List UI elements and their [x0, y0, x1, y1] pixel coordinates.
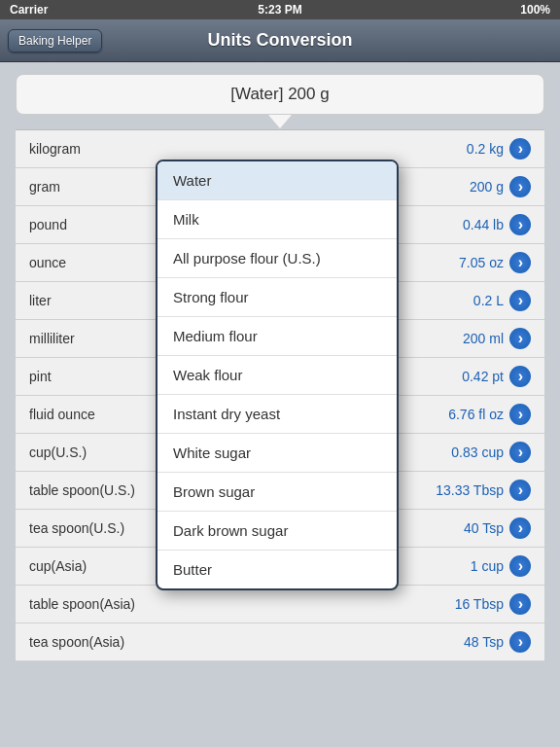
list-item[interactable]: Brown sugar [158, 473, 397, 512]
unit-value: 0.83 cup [451, 445, 504, 460]
unit-detail-button[interactable] [509, 593, 531, 615]
list-item[interactable]: White sugar [158, 434, 397, 473]
selected-display[interactable]: [Water] 200 g [16, 74, 544, 115]
list-item[interactable]: Dark brown sugar [158, 512, 397, 551]
list-item[interactable]: Butter [158, 551, 397, 588]
unit-detail-button[interactable] [509, 214, 531, 235]
list-item[interactable]: Instant dry yeast [158, 395, 397, 434]
unit-detail-button[interactable] [509, 555, 531, 577]
ingredient-dropdown[interactable]: WaterMilkAll purpose flour (U.S.)Strong … [156, 160, 399, 590]
unit-value: 48 Tsp [464, 634, 504, 650]
unit-value: 0.2 L [473, 293, 504, 308]
unit-label: tea spoon(Asia) [29, 634, 464, 650]
unit-value: 7.05 oz [459, 255, 504, 270]
back-button[interactable]: Baking Helper [8, 29, 102, 53]
unit-detail-button[interactable] [509, 176, 531, 197]
unit-value: 200 g [470, 179, 504, 195]
unit-value: 0.44 lb [463, 217, 504, 232]
dropdown-pointer [16, 115, 544, 129]
unit-detail-button[interactable] [509, 328, 531, 349]
unit-detail-button[interactable] [509, 252, 531, 273]
table-row: table spoon(Asia)16 Tbsp [16, 586, 544, 623]
unit-detail-button[interactable] [509, 366, 531, 387]
unit-value: 0.2 kg [467, 141, 504, 157]
unit-label: kilogram [29, 141, 467, 157]
list-item[interactable]: Weak flour [158, 356, 397, 395]
unit-detail-button[interactable] [509, 480, 531, 501]
table-row: tea spoon(Asia)48 Tsp [16, 623, 544, 661]
battery-label: 100% [520, 3, 550, 17]
nav-bar: Baking Helper Units Conversion [0, 19, 560, 62]
unit-label: table spoon(Asia) [29, 596, 455, 612]
unit-detail-button[interactable] [509, 138, 531, 160]
page-title: Units Conversion [207, 30, 352, 51]
unit-value: 0.42 pt [462, 369, 504, 384]
unit-value: 16 Tbsp [455, 596, 504, 612]
unit-value: 13.33 Tbsp [436, 482, 504, 498]
list-item[interactable]: Milk [158, 200, 397, 239]
list-item[interactable]: Medium flour [158, 317, 397, 356]
unit-detail-button[interactable] [509, 442, 531, 463]
unit-value: 40 Tsp [464, 520, 504, 536]
main-content: [Water] 200 g kilogram0.2 kggram200 gpou… [0, 62, 560, 673]
time-label: 5:23 PM [258, 3, 301, 17]
list-item[interactable]: All purpose flour (U.S.) [158, 239, 397, 278]
unit-detail-button[interactable] [509, 404, 531, 425]
unit-value: 6.76 fl oz [448, 407, 504, 422]
list-item[interactable]: Strong flour [158, 278, 397, 317]
unit-value: 1 cup [471, 558, 504, 574]
unit-detail-button[interactable] [509, 517, 531, 539]
carrier-label: Carrier [10, 3, 48, 17]
status-bar: Carrier 5:23 PM 100% [0, 0, 560, 19]
list-item[interactable]: Water [158, 161, 397, 200]
unit-detail-button[interactable] [509, 631, 531, 653]
unit-value: 200 ml [463, 331, 504, 346]
unit-detail-button[interactable] [509, 290, 531, 311]
